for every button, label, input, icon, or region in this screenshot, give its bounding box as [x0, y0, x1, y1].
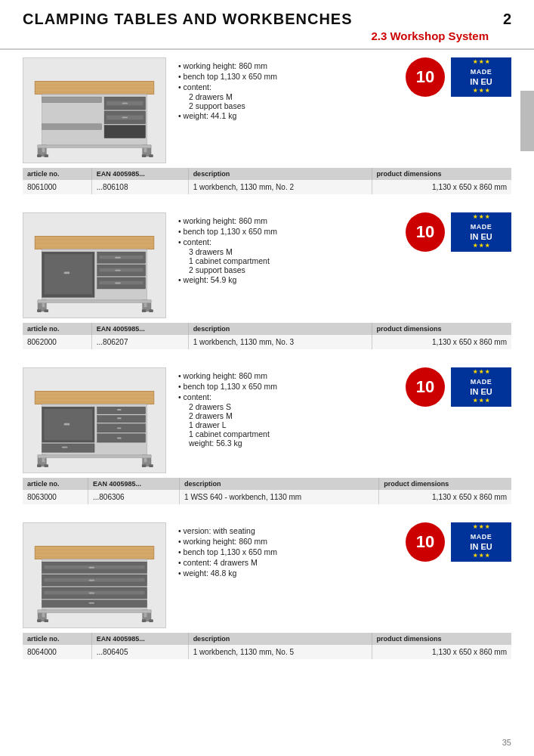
star: ★ [479, 243, 483, 249]
svg-rect-14 [104, 125, 145, 138]
made-text: MADE [471, 378, 492, 386]
eu-stars: ★ ★ ★ [473, 524, 489, 530]
feature-item: bench top 1,130 x 650 mm [178, 226, 386, 237]
table-header: EAN 4005985... [91, 168, 188, 180]
table-row: 8062000...8062071 workbench, 1130 mm, No… [23, 335, 511, 349]
svg-rect-50 [35, 392, 154, 404]
badges-container: 10 ★ ★ ★ MADE IN EU ★ ★ ★ [406, 367, 511, 407]
feature-item: version: with seating [178, 525, 386, 536]
eu-stars-bottom: ★ ★ ★ [473, 88, 489, 94]
eu-stars-bottom: ★ ★ ★ [473, 398, 489, 404]
svg-rect-20 [37, 154, 42, 157]
product-details: working height: 860 mmbench top 1,130 x … [178, 367, 386, 448]
feature-item-indent: 3 drawers M [178, 247, 386, 256]
table-cell: 1 workbench, 1130 mm, No. 3 [188, 335, 372, 349]
table-cell: ...806108 [91, 180, 188, 194]
star: ★ [473, 214, 477, 220]
feature-item-indent: 2 support bases [178, 101, 386, 110]
table-header: article no. [23, 633, 91, 645]
table-header-row: article no.EAN 4005985...descriptionprod… [23, 168, 511, 180]
table-header: description [188, 633, 372, 645]
table-row: 8064000...8064051 workbench, 1130 mm, No… [23, 645, 511, 659]
badges-container: 10 ★ ★ ★ MADE IN EU ★ ★ ★ [406, 212, 511, 252]
feature-item: weight: 44.1 kg [178, 110, 386, 121]
eu-stars-bottom: ★ ★ ★ [473, 553, 489, 559]
svg-rect-60 [97, 407, 146, 414]
svg-rect-37 [115, 270, 121, 271]
product-features: working height: 860 mmbench top 1,130 x … [178, 370, 386, 448]
side-tab [520, 91, 534, 151]
feature-item: weight: 48.8 kg [178, 568, 386, 578]
badge-10: 10 [406, 367, 445, 407]
table-cell: 1,130 x 650 x 860 mm [372, 645, 511, 659]
star: ★ [473, 398, 477, 404]
star: ★ [479, 59, 483, 65]
svg-rect-47 [44, 309, 48, 312]
feature-item: bench top 1,130 x 650 mm [178, 381, 386, 392]
svg-rect-10 [122, 103, 128, 104]
svg-rect-59 [62, 447, 68, 448]
svg-rect-40 [115, 283, 121, 284]
table-header: product dimensions [372, 323, 511, 335]
svg-rect-76 [149, 464, 153, 467]
page-subtitle: 2.3 Workshop System [371, 29, 511, 45]
feature-item-indent: 2 drawers M [178, 411, 386, 420]
product-details: version: with seatingworking height: 860… [178, 522, 386, 578]
feature-item: working height: 860 mm [178, 215, 386, 226]
feature-item-indent: 1 cabinet compartment [178, 256, 386, 265]
product-section-p3: working height: 860 mmbench top 1,130 x … [0, 360, 534, 515]
product-section-p1: working height: 860 mmbench top 1,130 x … [0, 50, 534, 205]
feature-item-indent: 2 drawers S [178, 402, 386, 411]
svg-rect-84 [89, 567, 95, 569]
star: ★ [485, 88, 489, 94]
table-header: EAN 4005985... [91, 323, 188, 335]
svg-rect-75 [142, 464, 147, 467]
svg-rect-92 [89, 603, 95, 604]
table-header: description [188, 323, 372, 335]
svg-rect-99 [44, 619, 48, 622]
svg-rect-0 [35, 82, 154, 94]
product-card: working height: 860 mmbench top 1,130 x … [23, 57, 511, 163]
svg-rect-5 [42, 97, 102, 103]
product-card: version: with seatingworking height: 860… [23, 522, 511, 628]
svg-rect-65 [117, 427, 122, 429]
table-header: description [188, 168, 372, 180]
svg-rect-72 [38, 455, 151, 458]
svg-rect-77 [35, 547, 154, 559]
page-header: CLAMPING TABLES AND WORKBENCHES 2 [0, 0, 534, 28]
star: ★ [479, 214, 483, 220]
star: ★ [485, 553, 489, 559]
footer-page-number: 35 [502, 738, 511, 747]
svg-rect-30 [44, 254, 92, 294]
badges-container: 10 ★ ★ ★ MADE IN EU ★ ★ ★ [406, 57, 511, 97]
star: ★ [479, 524, 483, 530]
svg-rect-31 [64, 271, 70, 274]
page-footer: 35 [502, 738, 511, 747]
table-row: 8061000...8061081 workbench, 1130 mm, No… [23, 180, 511, 194]
svg-rect-58 [42, 444, 94, 452]
product-card: working height: 860 mmbench top 1,130 x … [23, 367, 511, 473]
feature-item-indent: weight: 56.3 kg [178, 438, 386, 448]
svg-rect-33 [100, 256, 144, 259]
table-cell: 1,130 x 650 x 860 mm [372, 180, 511, 194]
star: ★ [485, 398, 489, 404]
feature-item: weight: 54.9 kg [178, 274, 386, 285]
table-header: article no. [23, 323, 91, 335]
svg-rect-97 [38, 610, 151, 613]
page-number: 2 [503, 11, 511, 28]
product-details: working height: 860 mmbench top 1,130 x … [178, 212, 386, 285]
table-cell: 1 workbench, 1130 mm, No. 2 [188, 180, 372, 194]
star: ★ [485, 59, 489, 65]
product-table: article no.EAN 4005985...descriptionprod… [23, 168, 511, 194]
badge-10: 10 [406, 522, 445, 562]
star: ★ [473, 59, 477, 65]
svg-rect-57 [64, 423, 70, 426]
eu-badge: ★ ★ ★ MADE IN EU ★ ★ ★ [451, 522, 511, 562]
svg-rect-101 [149, 619, 153, 622]
svg-rect-91 [42, 600, 147, 607]
svg-rect-34 [115, 257, 121, 259]
badges-container: 10 ★ ★ ★ MADE IN EU ★ ★ ★ [406, 522, 511, 562]
product-section-p2: working height: 860 mmbench top 1,130 x … [0, 205, 534, 360]
svg-rect-86 [44, 578, 144, 582]
star: ★ [485, 214, 489, 220]
